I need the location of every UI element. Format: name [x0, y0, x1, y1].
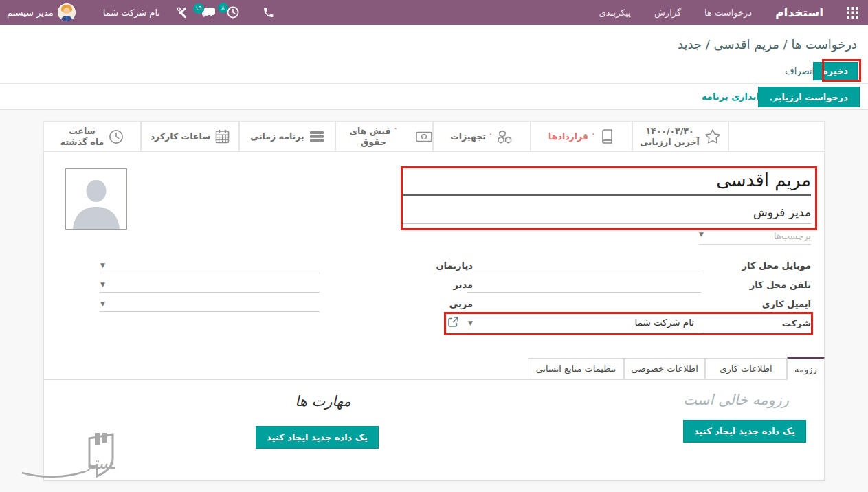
smart-button-empty	[728, 121, 825, 152]
coach-chevron-down-icon[interactable]: ▼	[100, 300, 105, 307]
user-avatar[interactable]	[58, 3, 76, 21]
company-input[interactable]: نام شرکت شما	[635, 317, 694, 328]
save-button[interactable]: ذخیره	[813, 62, 858, 80]
contracts-count: ۰	[591, 131, 595, 137]
manager-label: مدیر	[453, 280, 473, 290]
equipment-count: ۰	[489, 131, 493, 137]
vendor-watermark-logo: تسهیل گستر	[18, 433, 115, 487]
department-chevron-down-icon[interactable]: ▼	[100, 262, 105, 269]
manager-input[interactable]	[100, 292, 320, 293]
company-external-link-icon[interactable]	[448, 317, 458, 330]
user-menu[interactable]: مدیر سیستم	[7, 8, 54, 18]
rows-icon	[309, 131, 324, 142]
status-bar: درخواست ارزیابی راه اندازی برنامه	[0, 84, 868, 110]
smart-button-payslips[interactable]: ۰ ۰ فیش های حقوق	[335, 121, 433, 152]
phone-icon[interactable]	[263, 7, 274, 19]
tab-hr-settings[interactable]: تنظیمات منابع انسانی	[528, 358, 624, 379]
work-mobile-label: موبایل محل کار	[742, 260, 811, 271]
department-label: دپارتمان	[436, 260, 474, 271]
menu-requests[interactable]: درخواست ها	[704, 8, 752, 18]
job-title-input[interactable]: مدیر فروش	[402, 205, 811, 224]
calendar-icon	[215, 129, 230, 144]
smart-button-last-evaluation[interactable]: ۱۴۰۰/۰۳/۳۰آخرین ارزیابی	[632, 121, 728, 152]
smart-button-work-hours[interactable]: ساعات کارکرد	[141, 121, 239, 152]
resume-create-button[interactable]: یک داده جدید ایجاد کنید	[683, 420, 806, 443]
tab-private-information[interactable]: اطلاعات خصوصی	[624, 358, 705, 379]
company-switcher[interactable]: نام شرکت شما	[103, 8, 160, 18]
skills-create-button[interactable]: یک داده جدید ایجاد کنید	[256, 426, 379, 449]
work-phone-label: تلفن محل کار	[750, 280, 811, 290]
tab-resume[interactable]: رزومه	[787, 357, 825, 380]
clock-icon	[109, 129, 124, 144]
smart-buttons-row: ۱۴۰۰/۰۳/۳۰آخرین ارزیابی ۰ قراردادها ۰ تج…	[43, 121, 825, 152]
banknote-icon: ۰	[416, 131, 432, 143]
menu-configuration[interactable]: پیکربندی	[599, 8, 631, 18]
skills-title: مهارت ها	[275, 393, 371, 410]
tabs-divider	[43, 379, 825, 380]
smart-button-timesheet[interactable]: برنامه زمانی	[239, 121, 335, 152]
resume-empty-text: رزومه خالی است	[667, 392, 805, 408]
launch-plan-button[interactable]: راه اندازی برنامه	[702, 91, 776, 102]
discard-button[interactable]: انصراف	[785, 66, 814, 76]
work-phone-input[interactable]	[467, 292, 701, 293]
company-input-underline[interactable]	[467, 331, 701, 331]
book-icon	[600, 129, 614, 144]
smart-button-equipment[interactable]: ۰ تجهیزات	[433, 121, 531, 152]
work-email-label: ایمیل کاری	[762, 299, 811, 309]
cubes-icon	[498, 129, 513, 144]
systray: مدیر سیستم نام شرکت شما ۱۹ ۸	[0, 0, 274, 25]
coach-label: مربی	[449, 299, 473, 309]
company-label: شرکت	[782, 318, 811, 328]
department-input[interactable]	[100, 273, 320, 273]
payslips-count: ۰	[394, 125, 398, 132]
page: استخدام درخواست ها گزارش پیکربندی مدیر س…	[0, 0, 868, 492]
messages-badge: ۱۹	[193, 3, 204, 14]
employee-photo[interactable]	[65, 168, 127, 230]
control-panel: درخواست ها / مریم اقدسی / جدید ذخیره انص…	[0, 25, 868, 84]
messages-icon[interactable]: ۱۹	[202, 7, 216, 19]
breadcrumb[interactable]: درخواست ها / مریم اقدسی / جدید	[678, 37, 857, 52]
star-icon	[704, 128, 721, 144]
main-nav: استخدام درخواست ها گزارش پیکربندی	[599, 0, 858, 25]
chevron-down-icon[interactable]: ▼	[699, 231, 704, 238]
menu-reporting[interactable]: گزارش	[654, 8, 681, 18]
tools-icon[interactable]	[177, 7, 188, 19]
top-bar: استخدام درخواست ها گزارش پیکربندی مدیر س…	[0, 0, 868, 25]
company-chevron-down-icon[interactable]: ▼	[468, 320, 473, 326]
activities-badge: ۸	[218, 3, 228, 13]
smart-button-last-month-hours[interactable]: ساعتماه گذشته	[43, 121, 141, 152]
employee-name-input[interactable]: مریم اقدسی	[402, 170, 811, 196]
coach-input[interactable]	[100, 311, 320, 312]
apps-grid-icon[interactable]	[847, 7, 858, 19]
tags-placeholder: برچسب‌ها	[774, 231, 811, 241]
tab-work-information[interactable]: اطلاعات کاری	[705, 358, 787, 379]
smart-button-contracts[interactable]: ۰ قراردادها	[531, 121, 632, 152]
tags-input[interactable]: ▼ برچسب‌ها	[699, 231, 811, 245]
svg-text:تسهیل گستر: تسهیل گستر	[82, 454, 115, 473]
app-name[interactable]: استخدام	[775, 5, 823, 19]
svg-text:۰: ۰	[423, 134, 425, 139]
activities-clock-icon[interactable]: ۸	[227, 6, 239, 19]
work-mobile-input[interactable]	[467, 273, 701, 273]
manager-chevron-down-icon[interactable]: ▼	[100, 281, 105, 288]
